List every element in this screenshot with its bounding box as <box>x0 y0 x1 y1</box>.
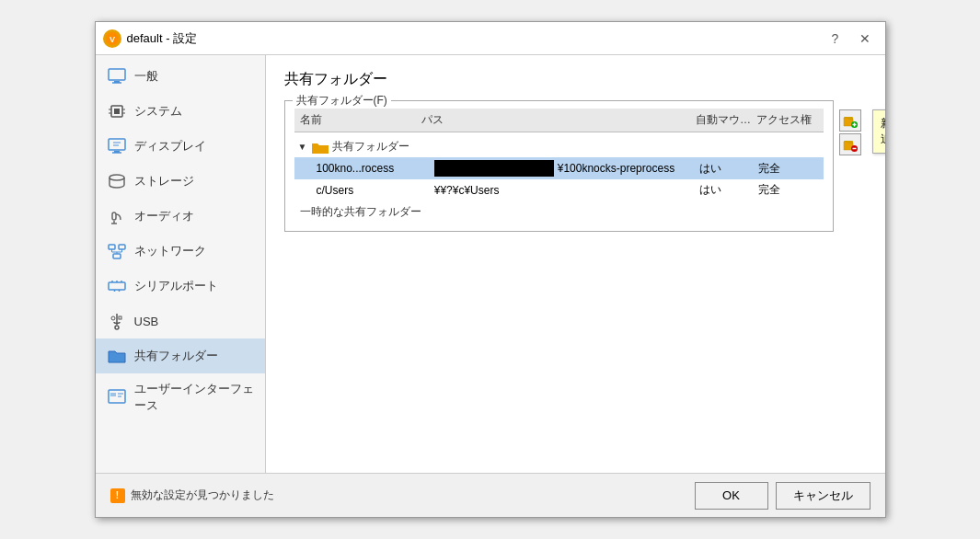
svg-rect-22 <box>113 254 121 258</box>
add-folder-tooltip: 新規共有フォルダーを 追加します。 <box>872 109 885 154</box>
row1-path: ¥100knocks-preprocess <box>558 162 674 175</box>
warning-text: 無効な設定が見つかりました <box>131 487 274 503</box>
expand-icon: ▼ <box>298 142 307 152</box>
row2-auto: はい <box>699 182 758 198</box>
remove-folder-button[interactable] <box>839 133 861 155</box>
sidebar-label-system: システム <box>134 103 182 120</box>
ok-button[interactable]: OK <box>695 482 768 510</box>
title-left: V default - 設定 <box>103 29 198 48</box>
sidebar-item-usb[interactable]: USB <box>96 304 265 338</box>
sidebar-item-network[interactable]: ネットワーク <box>96 234 265 269</box>
folder-shared-icon <box>107 346 127 366</box>
row2-name: c/Users <box>317 184 434 197</box>
svg-rect-27 <box>109 282 125 290</box>
header-name: 名前 <box>300 112 421 128</box>
folder-icon <box>312 141 329 154</box>
sidebar-item-display[interactable]: ディスプレイ <box>96 129 265 164</box>
tree-area: ▼ 共有フォルダー 100kno...rocess ¥100knocks- <box>294 132 824 224</box>
table-header: 名前 パス 自動マウント アクセス権 <box>294 109 824 132</box>
audio-icon <box>107 206 127 226</box>
help-button[interactable]: ? <box>823 28 848 50</box>
sidebar-item-shared[interactable]: 共有フォルダー <box>96 338 265 373</box>
row1-auto: はい <box>699 161 758 177</box>
footer-buttons: OK キャンセル <box>695 482 870 510</box>
add-btn-container: 新規共有フォルダーを 追加します。 <box>839 109 861 132</box>
svg-rect-20 <box>109 245 115 249</box>
row1-path-input[interactable]: ¥100knocks-preprocess <box>434 160 700 177</box>
svg-rect-37 <box>110 393 116 396</box>
main-content: 共有フォルダー 共有フォルダー(F) 名前 パス 自動マウント アクセス権 <box>266 55 885 473</box>
sidebar-label-storage: ストレージ <box>134 173 194 189</box>
app-icon: V <box>103 29 121 48</box>
svg-point-33 <box>111 316 115 320</box>
add-folder-button[interactable] <box>839 109 861 132</box>
svg-rect-11 <box>109 139 125 150</box>
svg-rect-34 <box>119 316 121 319</box>
tree-root-label: 共有フォルダー <box>332 139 409 155</box>
monitor-icon <box>107 66 127 86</box>
row2-access: 完全 <box>758 182 817 198</box>
tooltip-line2: 追加します。 <box>881 132 885 147</box>
svg-rect-2 <box>109 69 125 80</box>
title-bar: V default - 設定 ? ✕ <box>96 22 885 55</box>
path-input-field[interactable] <box>434 160 554 177</box>
row2-path: ¥¥?¥c¥Users <box>434 184 700 197</box>
footer-warning: ! 無効な設定が見つかりました <box>110 487 274 503</box>
svg-rect-6 <box>114 109 120 114</box>
close-button[interactable]: ✕ <box>852 28 878 50</box>
header-path: パス <box>421 112 696 128</box>
sidebar-label-serial: シリアルポート <box>134 278 218 294</box>
sidebar: 一般 システム <box>96 55 266 473</box>
chip-icon <box>107 101 127 121</box>
serial-icon <box>107 276 127 296</box>
usb-icon <box>107 311 127 331</box>
sidebar-item-storage[interactable]: ストレージ <box>96 164 265 199</box>
group-label: 共有フォルダー(F) <box>293 93 391 109</box>
sidebar-item-general[interactable]: 一般 <box>96 59 265 94</box>
row1-name: 100kno...rocess <box>317 162 434 175</box>
shared-folders-group: 共有フォルダー(F) 名前 パス 自動マウント アクセス権 ▼ <box>284 100 834 232</box>
title-controls: ? ✕ <box>823 28 878 50</box>
sidebar-item-audio[interactable]: オーディオ <box>96 199 265 234</box>
ui-icon <box>107 387 127 407</box>
sidebar-label-display: ディスプレイ <box>134 138 206 155</box>
table-row[interactable]: c/Users ¥¥?¥c¥Users はい 完全 <box>294 179 824 201</box>
temp-label: 一時的な共有フォルダー <box>294 201 824 224</box>
dialog-title: default - 設定 <box>127 30 198 47</box>
warning-icon: ! <box>110 488 125 503</box>
svg-rect-17 <box>112 212 116 220</box>
dialog: V default - 設定 ? ✕ 一般 <box>95 21 886 518</box>
sidebar-label-network: ネットワーク <box>134 243 206 259</box>
svg-point-16 <box>110 175 124 180</box>
tooltip-line1: 新規共有フォルダーを <box>881 116 885 132</box>
display-icon <box>107 136 127 156</box>
svg-rect-21 <box>119 245 125 249</box>
content-title: 共有フォルダー <box>284 70 867 89</box>
storage-icon <box>107 171 127 191</box>
sidebar-label-ui: ユーザーインターフェース <box>134 381 254 414</box>
sidebar-label-general: 一般 <box>134 68 158 85</box>
sidebar-item-system[interactable]: システム <box>96 94 265 129</box>
sidebar-label-audio: オーディオ <box>134 208 194 224</box>
network-icon <box>107 241 127 261</box>
dialog-body: 一般 システム <box>96 55 885 473</box>
sidebar-label-usb: USB <box>134 315 159 328</box>
dialog-footer: ! 無効な設定が見つかりました OK キャンセル <box>96 473 885 517</box>
cancel-button[interactable]: キャンセル <box>776 482 870 510</box>
sidebar-item-ui[interactable]: ユーザーインターフェース <box>96 373 265 421</box>
header-auto: 自動マウント <box>696 112 756 128</box>
svg-text:V: V <box>109 35 114 44</box>
sidebar-item-serial[interactable]: シリアルポート <box>96 269 265 304</box>
svg-point-35 <box>115 326 119 329</box>
side-buttons: 新規共有フォルダーを 追加します。 <box>839 109 861 155</box>
row1-access: 完全 <box>758 161 817 177</box>
table-row[interactable]: 100kno...rocess ¥100knocks-preprocess はい… <box>294 157 824 179</box>
sidebar-label-shared: 共有フォルダー <box>134 348 218 364</box>
tree-root[interactable]: ▼ 共有フォルダー <box>294 136 824 157</box>
header-access: アクセス権 <box>756 112 817 128</box>
